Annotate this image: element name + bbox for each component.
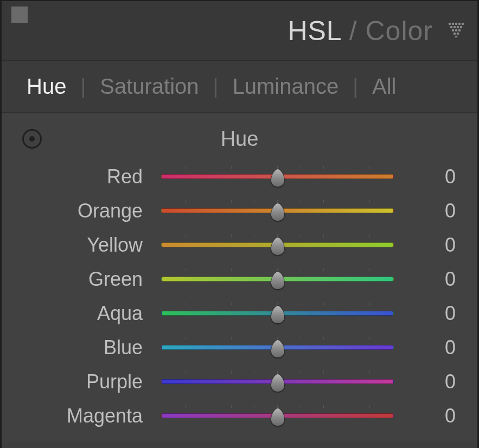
svg-point-2 (455, 22, 458, 25)
slider-row-purple: Purple 0 (20, 364, 459, 399)
slider-track (161, 379, 394, 384)
slider-track (161, 345, 394, 350)
slider-purple[interactable] (161, 374, 394, 389)
slider-track (161, 277, 394, 281)
panel-switch-icon[interactable] (448, 22, 464, 40)
slider-value-aqua[interactable]: 0 (394, 302, 459, 325)
slider-label-green: Green (20, 268, 161, 291)
slider-label-yellow: Yellow (20, 234, 161, 257)
hue-section: Hue Red 0Orange 0Yellow (2, 113, 477, 443)
svg-point-13 (457, 32, 459, 35)
tab-separator: | (80, 75, 86, 98)
panel-title: HSL / Color (288, 15, 433, 47)
slider-value-magenta[interactable]: 0 (394, 405, 459, 427)
slider-label-blue: Blue (20, 336, 161, 359)
panel-title-color: Color (366, 16, 433, 46)
panel-title-sep: / (349, 16, 366, 46)
slider-row-blue: Blue 0 (20, 330, 459, 364)
slider-row-green: Green 0 (20, 262, 459, 296)
slider-track (161, 208, 394, 213)
svg-point-14 (455, 35, 458, 37)
slider-value-orange[interactable]: 0 (394, 200, 459, 222)
slider-track (161, 174, 394, 179)
tab-all[interactable]: All (358, 74, 410, 99)
targeted-adjustment-tool-icon[interactable] (22, 129, 42, 149)
slider-row-orange: Orange 0 (20, 194, 459, 228)
slider-row-red: Red 0 (20, 159, 459, 194)
svg-point-3 (458, 22, 461, 25)
slider-value-purple[interactable]: 0 (394, 370, 459, 393)
slider-magenta[interactable] (161, 408, 394, 424)
hsl-color-panel: HSL / Color Hue | Saturation | Luminance… (0, 0, 479, 448)
slider-label-orange: Orange (20, 200, 161, 222)
slider-row-magenta: Magenta 0 (20, 399, 459, 433)
svg-point-1 (452, 22, 455, 25)
slider-label-magenta: Magenta (20, 405, 161, 427)
svg-point-12 (454, 32, 456, 35)
svg-point-9 (452, 29, 455, 31)
hsl-tab-row: Hue | Saturation | Luminance | All (2, 61, 477, 113)
slider-orange[interactable] (161, 203, 394, 219)
tab-separator: | (213, 75, 219, 98)
slider-green[interactable] (161, 272, 394, 287)
slider-label-aqua: Aqua (20, 302, 161, 325)
slider-row-yellow: Yellow 0 (20, 228, 459, 262)
tab-separator: | (353, 75, 358, 98)
slider-red[interactable] (161, 169, 394, 184)
slider-yellow[interactable] (161, 238, 394, 253)
slider-track (161, 311, 394, 316)
panel-header: HSL / Color (2, 1, 477, 61)
slider-row-aqua: Aqua 0 (20, 296, 459, 330)
svg-point-11 (458, 29, 461, 31)
svg-point-4 (462, 22, 464, 25)
slider-value-blue[interactable]: 0 (394, 336, 459, 359)
slider-value-green[interactable]: 0 (394, 268, 459, 291)
svg-point-0 (449, 22, 451, 25)
slider-track (161, 242, 394, 247)
slider-label-red: Red (20, 165, 161, 188)
svg-point-5 (450, 25, 453, 28)
slider-aqua[interactable] (161, 306, 394, 321)
svg-point-10 (455, 29, 458, 31)
svg-point-6 (454, 25, 456, 28)
slider-label-purple: Purple (20, 370, 161, 393)
svg-point-7 (457, 25, 459, 28)
svg-point-8 (460, 25, 463, 28)
tab-hue[interactable]: Hue (12, 74, 80, 99)
slider-blue[interactable] (161, 340, 394, 355)
section-title: Hue (20, 127, 459, 151)
tab-luminance[interactable]: Luminance (218, 74, 353, 99)
slider-value-yellow[interactable]: 0 (394, 234, 459, 257)
panel-toggle-swatch[interactable] (11, 7, 28, 23)
slider-track (161, 413, 394, 418)
panel-title-hsl: HSL (288, 16, 341, 46)
tab-saturation[interactable]: Saturation (86, 74, 213, 99)
slider-value-red[interactable]: 0 (394, 165, 459, 188)
